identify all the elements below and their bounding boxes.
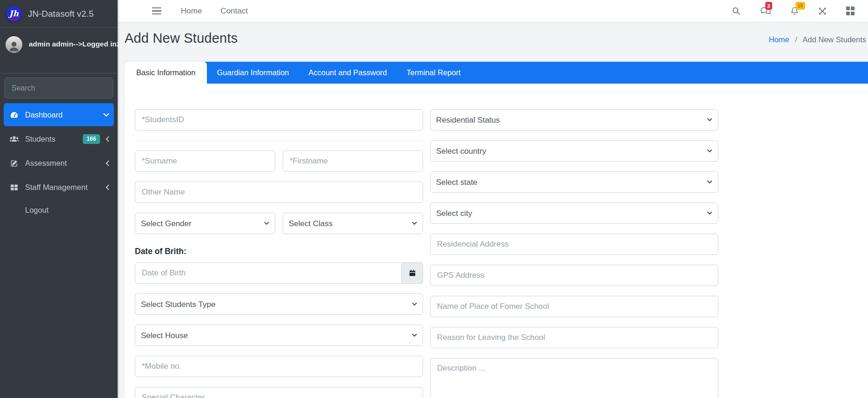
- topnav-contact-link[interactable]: Contact: [220, 7, 248, 16]
- messages-button[interactable]: 3: [759, 6, 772, 16]
- class-select[interactable]: Select Class: [283, 213, 423, 234]
- sidebar-search: [5, 78, 113, 98]
- tab-guardian-information[interactable]: Guardian Information: [207, 62, 298, 84]
- users-icon: [7, 135, 20, 143]
- basic-information-form: Select Gender Select Class Date of Brith…: [125, 84, 868, 398]
- notifications-badge: 15: [795, 2, 805, 10]
- special-character-input[interactable]: [135, 387, 423, 398]
- chevron-left-icon: [106, 184, 109, 190]
- form-right-column: Residential Status Select country Select…: [430, 109, 718, 398]
- tab-basic-information[interactable]: Basic Information: [125, 62, 207, 84]
- divider: [135, 140, 423, 141]
- gps-address-input[interactable]: [430, 265, 718, 286]
- nav-label-dashboard: Dashboard: [25, 111, 63, 119]
- user-panel: admin admin-->Logged in2: [0, 28, 118, 73]
- sidebar-item-assessment[interactable]: Assessment: [4, 151, 114, 175]
- nav-label-students: Students: [25, 135, 55, 144]
- add-students-card: Basic Information Guardian Information A…: [125, 62, 868, 398]
- sidebar-item-students[interactable]: Students 166: [4, 127, 114, 150]
- chevron-left-icon: [106, 136, 109, 142]
- brand-title: JN-Datasoft v2.5: [28, 9, 94, 19]
- chevron-left-icon: [106, 160, 109, 166]
- grid-icon: [846, 7, 855, 15]
- logged-in-user: admin admin-->Logged in2: [29, 40, 121, 49]
- students-type-select[interactable]: Select Students Type: [135, 294, 423, 315]
- gender-select[interactable]: Select Gender: [135, 213, 275, 234]
- table-icon: [7, 183, 20, 191]
- residential-status-select[interactable]: Residential Status: [430, 109, 718, 130]
- breadcrumb-home-link[interactable]: Home: [769, 35, 789, 44]
- topnav-home-link[interactable]: Home: [181, 7, 202, 16]
- breadcrumb-current: Add New Students: [802, 35, 866, 44]
- chevron-down-icon: [103, 113, 109, 117]
- sidebar-item-logout[interactable]: Logout: [4, 200, 114, 220]
- breadcrumb: Home / Add New Students: [769, 35, 866, 44]
- sidebar-nav: Dashboard Students 166: [0, 103, 118, 220]
- nav-label-logout: Logout: [25, 206, 48, 215]
- nav-label-assessment: Assessment: [25, 159, 67, 168]
- sidebar: Jh JN-Datasoft v2.5 admin admin-->Logged…: [0, 0, 118, 398]
- person-icon: [7, 39, 21, 53]
- search-icon: [732, 7, 741, 15]
- top-navbar: Home Contact 3 15: [118, 0, 868, 22]
- studentsid-input[interactable]: [135, 109, 423, 130]
- notifications-button[interactable]: 15: [789, 6, 800, 17]
- page-title: Add New Students: [125, 31, 238, 46]
- dob-label: Date of Brith:: [135, 247, 423, 256]
- tab-terminal-report[interactable]: Terminal Report: [397, 62, 470, 84]
- edit-icon: [7, 159, 20, 167]
- residential-address-input[interactable]: [430, 234, 718, 255]
- dob-input[interactable]: [135, 262, 402, 284]
- description-textarea[interactable]: [430, 358, 718, 398]
- expand-icon: [818, 7, 827, 15]
- sidebar-search-input[interactable]: [5, 78, 113, 98]
- main-area: Home Contact 3 15: [118, 0, 868, 398]
- calendar-icon: [409, 269, 416, 277]
- content-header: Add New Students Home / Add New Students: [118, 22, 868, 62]
- fullscreen-button[interactable]: [817, 6, 828, 16]
- state-select[interactable]: Select state: [430, 171, 718, 193]
- firstname-input[interactable]: [283, 150, 423, 172]
- surname-input[interactable]: [135, 150, 275, 172]
- leaving-reason-input[interactable]: [430, 327, 718, 348]
- former-school-input[interactable]: [430, 296, 718, 317]
- tab-account-and-password[interactable]: Account and Password: [299, 62, 397, 84]
- brand[interactable]: Jh JN-Datasoft v2.5: [0, 0, 118, 28]
- country-select[interactable]: Select country: [430, 140, 718, 162]
- nav-label-staff-management: Staff Management: [25, 183, 88, 192]
- breadcrumb-separator: /: [795, 35, 797, 44]
- mobile-input[interactable]: [135, 356, 423, 377]
- apps-grid-button[interactable]: [845, 6, 856, 16]
- city-select[interactable]: Select city: [430, 202, 718, 224]
- messages-badge: 3: [765, 2, 772, 10]
- user-avatar[interactable]: [6, 36, 22, 53]
- app-logo-icon: Jh: [6, 6, 22, 22]
- house-select[interactable]: Select House: [135, 325, 423, 346]
- tachometer-icon: [7, 111, 20, 119]
- form-tabs: Basic Information Guardian Information A…: [125, 62, 868, 84]
- sidebar-item-dashboard[interactable]: Dashboard: [4, 103, 114, 126]
- datepicker-button[interactable]: [402, 262, 423, 284]
- form-left-column: Select Gender Select Class Date of Brith…: [135, 109, 423, 398]
- sidebar-item-staff-management[interactable]: Staff Management: [4, 176, 114, 199]
- othername-input[interactable]: [135, 182, 423, 203]
- students-count-badge: 166: [83, 134, 100, 144]
- topnav-icons: 3 15: [731, 6, 856, 17]
- search-button[interactable]: [731, 6, 742, 16]
- menu-toggle-button[interactable]: [151, 6, 162, 17]
